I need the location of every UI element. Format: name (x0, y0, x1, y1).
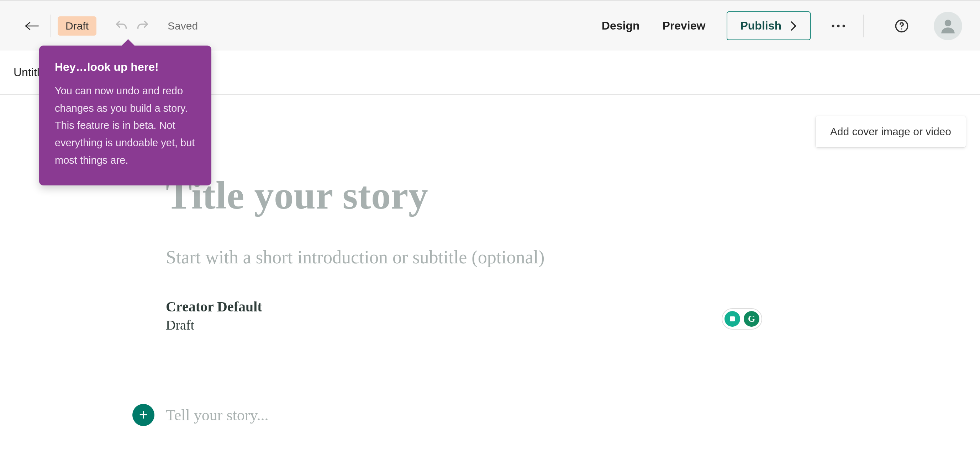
publish-button[interactable]: Publish (727, 11, 811, 40)
plus-icon: + (139, 406, 148, 423)
help-button[interactable] (891, 15, 912, 37)
svg-point-3 (843, 25, 845, 27)
toolbar-left-cluster: Draft Saved (21, 14, 198, 37)
grammarly-g-icon: G (744, 311, 759, 327)
svg-point-2 (837, 25, 840, 27)
top-toolbar: Draft Saved Design Preview Publish (0, 0, 980, 51)
content-column: Title your story Start with a short intr… (166, 173, 807, 426)
redo-button[interactable] (132, 15, 153, 37)
help-circle-icon (895, 19, 909, 33)
grammarly-tone-icon (724, 311, 740, 327)
svg-point-1 (832, 25, 834, 27)
tooltip-body: You can now undo and redo changes as you… (55, 82, 196, 169)
story-title-input[interactable]: Title your story (166, 173, 807, 218)
redo-icon (135, 19, 150, 33)
user-avatar[interactable] (934, 12, 962, 40)
body-row: + Tell your story... (132, 404, 807, 426)
tooltip-title: Hey…look up here! (55, 60, 196, 74)
creator-name-label: Creator Default (166, 298, 807, 315)
story-subtitle-input[interactable]: Start with a short introduction or subti… (166, 247, 807, 267)
creator-status-label: Draft (166, 317, 807, 333)
add-block-button[interactable]: + (132, 404, 154, 426)
toolbar-divider (863, 14, 864, 37)
more-actions-button[interactable] (828, 15, 849, 37)
chevron-right-icon (790, 21, 797, 31)
story-body-input[interactable]: Tell your story... (166, 406, 269, 424)
back-arrow-icon (25, 22, 39, 30)
design-link[interactable]: Design (590, 12, 651, 40)
back-button[interactable] (21, 15, 43, 37)
svg-point-5 (901, 28, 902, 29)
draft-pill[interactable]: Draft (58, 16, 96, 36)
avatar-icon (939, 17, 957, 35)
preview-link[interactable]: Preview (651, 12, 717, 40)
toolbar-divider (50, 14, 51, 37)
undo-button[interactable] (111, 15, 132, 37)
undo-icon (114, 19, 129, 33)
save-status-label: Saved (168, 20, 198, 32)
toolbar-right-cluster: Design Preview Publish (590, 11, 962, 40)
add-cover-button[interactable]: Add cover image or video (816, 116, 966, 147)
more-horizontal-icon (831, 24, 845, 28)
undo-redo-tooltip: Hey…look up here! You can now undo and r… (39, 46, 212, 185)
publish-button-label: Publish (740, 19, 781, 32)
grammarly-widget[interactable]: G (722, 308, 762, 329)
svg-point-6 (945, 19, 951, 26)
